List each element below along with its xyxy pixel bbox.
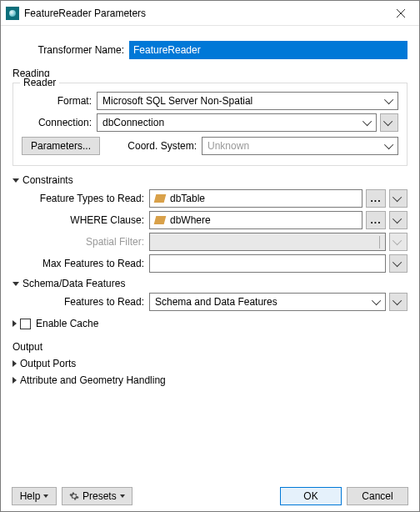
features-to-read-label: Features to Read: — [24, 296, 149, 308]
help-button[interactable]: Help — [12, 487, 57, 505]
chevron-down-icon — [12, 178, 19, 183]
feature-types-browse-button[interactable]: ... — [366, 189, 386, 208]
chevron-down-icon — [370, 294, 385, 310]
where-clause-label: WHERE Clause: — [24, 214, 149, 226]
max-features-input[interactable] — [149, 254, 386, 273]
connection-select[interactable]: dbConnection — [97, 113, 377, 132]
chevron-down-icon — [120, 494, 125, 498]
reader-fieldset: Reader Format: Microsoft SQL Server Non-… — [12, 83, 408, 166]
attr-geom-header[interactable]: Attribute and Geometry Handling — [12, 374, 408, 386]
where-clause-value: dbWhere — [170, 214, 211, 226]
connection-label: Connection: — [22, 117, 97, 128]
feature-types-value: dbTable — [170, 193, 205, 204]
where-clause-browse-button[interactable]: ... — [366, 211, 386, 229]
output-title: Output — [12, 341, 408, 353]
app-icon — [6, 7, 19, 20]
chevron-right-icon — [12, 320, 17, 327]
output-ports-label: Output Ports — [20, 358, 76, 369]
parameters-button[interactable]: Parameters... — [22, 137, 100, 155]
coord-system-label: Coord. System: — [110, 140, 202, 152]
output-ports-header[interactable]: Output Ports — [12, 358, 408, 369]
connection-menu-button[interactable] — [380, 113, 398, 132]
feature-types-menu-button[interactable] — [389, 189, 408, 208]
dialog-footer: Help Presets OK Cancel — [12, 487, 408, 505]
parameter-icon — [154, 216, 167, 224]
ok-button[interactable]: OK — [280, 487, 342, 505]
coord-system-value: Unknown — [208, 140, 249, 152]
attr-geom-label: Attribute and Geometry Handling — [20, 374, 166, 386]
max-features-menu-button[interactable] — [389, 254, 408, 273]
where-clause-input[interactable]: dbWhere — [149, 211, 362, 229]
enable-cache-checkbox[interactable] — [20, 319, 31, 329]
window-title: FeatureReader Parameters — [24, 8, 382, 19]
feature-types-input[interactable]: dbTable — [149, 189, 362, 208]
features-to-read-value: Schema and Data Features — [155, 296, 278, 308]
transformer-name-label: Transformer Name: — [12, 44, 129, 56]
chevron-down-icon — [361, 114, 376, 131]
chevron-right-icon — [12, 360, 17, 367]
transformer-name-input[interactable] — [129, 41, 408, 59]
format-value: Microsoft SQL Server Non-Spatial — [102, 95, 252, 107]
titlebar: FeatureReader Parameters — [1, 1, 419, 26]
reader-legend: Reader — [20, 77, 59, 88]
presets-button[interactable]: Presets — [62, 487, 132, 505]
chevron-right-icon — [12, 377, 17, 384]
coord-system-select[interactable]: Unknown — [202, 137, 398, 155]
features-to-read-menu-button[interactable] — [389, 293, 408, 311]
presets-label: Presets — [82, 490, 117, 502]
constraints-title: Constraints — [22, 174, 73, 186]
feature-types-label: Feature Types to Read: — [24, 193, 149, 204]
spatial-filter-select — [149, 233, 386, 251]
where-clause-menu-button[interactable] — [389, 211, 408, 229]
close-button[interactable] — [382, 2, 419, 25]
connection-value: dbConnection — [102, 117, 164, 128]
spatial-filter-menu-button — [389, 233, 408, 251]
enable-cache-header[interactable]: Enable Cache — [12, 318, 408, 329]
chevron-down-icon — [382, 93, 398, 109]
reading-title: Reading — [12, 68, 408, 79]
gear-icon — [69, 491, 79, 501]
spatial-filter-label: Spatial Filter: — [24, 236, 149, 248]
features-to-read-select[interactable]: Schema and Data Features — [149, 293, 386, 311]
chevron-down-icon — [43, 494, 48, 498]
parameter-icon — [154, 194, 167, 203]
schema-data-title: Schema/Data Features — [22, 278, 125, 289]
chevron-down-icon — [382, 138, 398, 154]
cancel-button[interactable]: Cancel — [347, 487, 408, 505]
enable-cache-label: Enable Cache — [36, 318, 98, 329]
schema-data-header[interactable]: Schema/Data Features — [12, 278, 408, 289]
max-features-label: Max Features to Read: — [24, 258, 149, 269]
chevron-down-icon — [379, 236, 380, 248]
help-label: Help — [20, 490, 41, 502]
dialog-content: Transformer Name: Reading Reader Format:… — [1, 26, 419, 394]
constraints-header[interactable]: Constraints — [12, 174, 408, 186]
chevron-down-icon — [12, 282, 19, 286]
format-label: Format: — [22, 95, 97, 107]
format-select[interactable]: Microsoft SQL Server Non-Spatial — [97, 92, 398, 110]
